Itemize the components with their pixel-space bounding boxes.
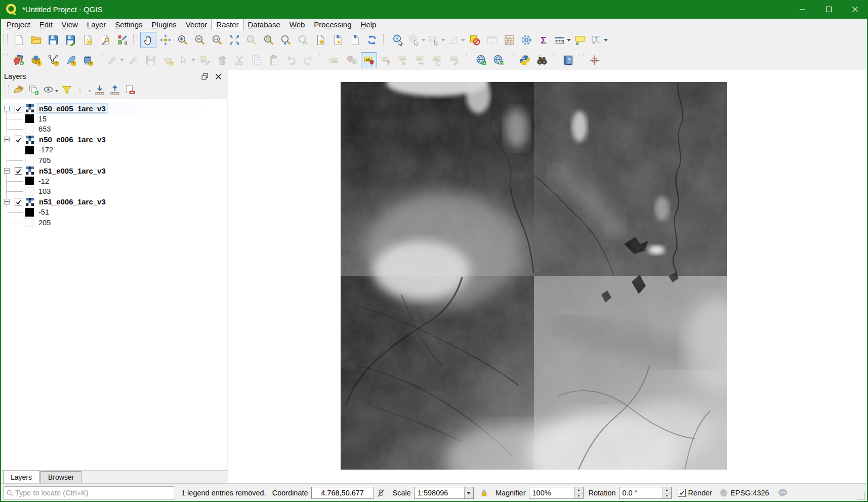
undo-button[interactable] <box>283 52 299 68</box>
zoom-next-button[interactable] <box>295 32 311 48</box>
messages-icon[interactable] <box>777 488 788 498</box>
new-virtual-layer-button[interactable]: * <box>79 52 96 68</box>
copy-features-button[interactable] <box>249 52 265 68</box>
resize-grip[interactable] <box>857 492 865 500</box>
feature-action-button[interactable] <box>407 32 426 48</box>
minimize-button[interactable] <box>789 0 815 19</box>
dropdown-arrow-icon[interactable] <box>55 90 58 92</box>
rotation-spin-buttons[interactable]: ▲▼ <box>663 487 671 498</box>
layer-diagram-button[interactable] <box>344 52 360 68</box>
crs-status[interactable]: EPSG:4326 <box>730 489 769 497</box>
processing-toolbox-button[interactable] <box>518 32 534 48</box>
maximize-button[interactable] <box>815 0 842 19</box>
menu-layer[interactable]: Layer <box>82 19 111 30</box>
menu-web[interactable]: Web <box>285 19 310 30</box>
filter-by-expression-button[interactable]: ε <box>75 85 91 98</box>
new-layout-button[interactable] <box>79 32 96 48</box>
layer-row[interactable]: n51_e006_1arc_v3 <box>0 197 227 207</box>
new-spatialite-button[interactable]: * <box>62 52 78 68</box>
layer-checkbox[interactable] <box>15 105 22 112</box>
menu-vector[interactable]: Vector <box>181 19 212 30</box>
save-project-button[interactable] <box>45 32 61 48</box>
layer-row[interactable]: n51_e005_1arc_v3 <box>0 165 227 176</box>
paste-features-button[interactable] <box>266 52 282 68</box>
layer-row[interactable]: n50_e006_1arc_v3 <box>0 135 227 145</box>
layer-checkbox[interactable] <box>15 198 22 205</box>
save-edits-button[interactable] <box>143 52 159 68</box>
map-tips-button[interactable] <box>572 32 589 48</box>
manage-map-themes-button[interactable] <box>43 85 58 98</box>
dropdown-arrow-icon[interactable] <box>422 39 426 41</box>
layer-name[interactable]: n50_e006_1arc_v3 <box>37 135 107 144</box>
collapse-expander[interactable] <box>4 106 10 111</box>
menu-plugins[interactable]: Plugins <box>147 19 181 30</box>
toggle-editing-button[interactable] <box>126 52 142 68</box>
locator-input[interactable] <box>14 488 173 497</box>
data-source-manager-button[interactable] <box>11 52 27 68</box>
toolbar-drag-handle[interactable] <box>4 34 8 46</box>
zoom-to-selection-button[interactable] <box>243 32 260 48</box>
toolbar-drag-handle[interactable] <box>5 85 9 97</box>
labeling-options-button[interactable]: ab <box>361 52 377 68</box>
highlight-labels-button[interactable]: abc <box>395 52 411 68</box>
layer-name[interactable]: n51_e005_1arc_v3 <box>37 166 107 176</box>
save-project-as-button[interactable] <box>62 32 78 48</box>
collapse-expander[interactable] <box>4 199 10 204</box>
zoom-full-button[interactable] <box>226 32 242 48</box>
collapse-all-button[interactable] <box>108 85 121 98</box>
coordinate-field[interactable] <box>311 487 374 499</box>
bookmark-manager-button[interactable] <box>347 32 363 48</box>
dropdown-arrow-icon[interactable] <box>604 39 608 41</box>
zoom-native-button[interactable]: 1:1 <box>209 32 225 48</box>
close-panel-button[interactable] <box>213 71 224 81</box>
text-annotation-button[interactable]: T <box>590 32 608 48</box>
layer-name[interactable]: n51_e006_1arc_v3 <box>37 197 107 206</box>
add-group-button[interactable] <box>27 85 40 98</box>
pin-labels-button[interactable]: ab <box>378 52 394 68</box>
move-label-button[interactable]: abc <box>412 52 429 68</box>
help-contents-button[interactable]: ? <box>560 52 576 68</box>
plugin-search-button[interactable] <box>534 52 550 68</box>
statistics-button[interactable]: Σ <box>535 32 552 48</box>
cut-features-button[interactable] <box>231 52 247 68</box>
menu-edit[interactable]: Edit <box>35 19 57 30</box>
layer-labeling-button[interactable]: abc <box>326 52 343 68</box>
dropdown-arrow-icon[interactable] <box>461 39 465 41</box>
layer-checkbox[interactable] <box>15 136 22 143</box>
zoom-last-button[interactable] <box>278 32 294 48</box>
render-checkbox-box[interactable] <box>678 489 686 497</box>
magnifier-spinbox[interactable]: 100% ▲▼ <box>529 487 584 499</box>
field-calculator-button[interactable] <box>501 32 517 48</box>
zoom-in-button[interactable] <box>175 32 191 48</box>
digitize-button[interactable]: * <box>160 52 176 68</box>
rotate-label-button[interactable]: abc <box>430 52 446 68</box>
current-edits-button[interactable] <box>106 52 125 68</box>
menu-settings[interactable]: Settings <box>110 19 147 30</box>
collapse-expander[interactable] <box>4 168 10 174</box>
dropdown-arrow-icon[interactable] <box>191 59 195 61</box>
style-manager-button[interactable]: a <box>114 32 130 48</box>
python-console-button[interactable] <box>517 52 533 68</box>
delete-selected-button[interactable] <box>214 52 230 68</box>
show-bookmarks-button[interactable] <box>329 32 346 48</box>
menu-raster[interactable]: Raster <box>212 19 243 30</box>
service-search-button[interactable]: Q <box>490 52 507 68</box>
pan-map-button[interactable] <box>140 32 156 48</box>
scale-dropdown-button[interactable] <box>464 487 473 498</box>
open-layer-styling-button[interactable] <box>12 85 25 98</box>
toolbar-drag-handle[interactable] <box>4 54 8 66</box>
mouse-extents-icon[interactable] <box>376 488 386 498</box>
dropdown-arrow-icon[interactable] <box>441 39 445 41</box>
layer-row[interactable]: n50_e005_1arc_v3 <box>0 103 227 114</box>
tab-layers[interactable]: Layers <box>3 471 39 484</box>
metasearch-button[interactable] <box>473 52 489 68</box>
deselect-all-button[interactable] <box>467 32 483 48</box>
pan-to-selection-button[interactable] <box>157 32 174 48</box>
menu-database[interactable]: Database <box>243 19 285 30</box>
gps-tracker-button[interactable] <box>587 52 603 68</box>
zoom-to-layer-button[interactable] <box>261 32 277 48</box>
redo-button[interactable] <box>300 52 316 68</box>
tab-browser[interactable]: Browser <box>40 471 81 483</box>
rotation-spinbox[interactable]: 0.0 ° ▲▼ <box>619 487 672 499</box>
menu-help[interactable]: Help <box>356 19 381 30</box>
